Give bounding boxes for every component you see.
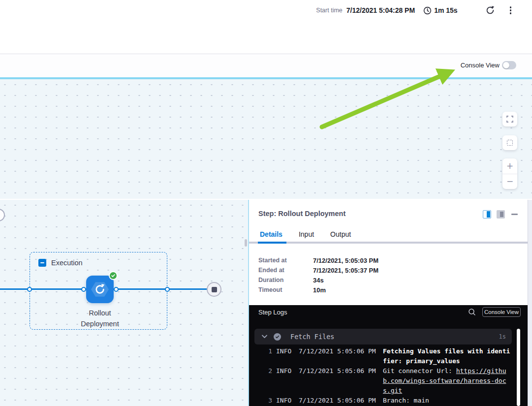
stop-node[interactable] (207, 282, 221, 297)
top-header: Start time 7/12/2021 5:04:28 PM 1m 15s (0, 0, 532, 54)
log-lvl: INFO (276, 366, 294, 376)
step-logs-title: Step Logs (258, 309, 287, 316)
field-label: Timeout (258, 286, 313, 293)
tab-output[interactable]: Output (330, 230, 351, 238)
log-line: 2INFO7/12/2021 5:05:06 PMGit connector U… (249, 366, 515, 396)
console-view-bar: Console View (0, 55, 532, 77)
step-details-panel: Step: Rollout Deployment Details Input O… (249, 200, 532, 406)
canvas-scrollbar-thumb[interactable] (245, 239, 247, 247)
connection-point (27, 287, 32, 292)
console-view-button[interactable]: Console View (482, 307, 521, 317)
field-value: 10m (313, 286, 326, 294)
log-ln: 3 (249, 396, 272, 406)
panel-tabs: Details Input Output (260, 230, 351, 238)
start-time-label: Start time (316, 7, 343, 14)
panel-view-icon[interactable] (497, 210, 505, 219)
fullscreen-button[interactable] (502, 112, 517, 126)
fit-to-screen-button[interactable] (502, 135, 517, 150)
tab-input[interactable]: Input (299, 230, 314, 238)
connection-point (165, 287, 170, 292)
panel-scrollbar-gutter[interactable] (528, 200, 532, 406)
section-name: Fetch Files (290, 333, 334, 341)
search-icon (468, 308, 476, 316)
execution-group-label: Execution (51, 259, 83, 267)
field-label: Duration (258, 277, 313, 283)
detail-fields: Started at7/12/2021, 5:05:03 PMEnded at7… (258, 255, 378, 295)
field-label: Started at (258, 257, 313, 264)
clock-icon (423, 6, 432, 15)
log-line: 3INFO7/12/2021 5:05:06 PMBranch: main (249, 396, 515, 406)
step-logs-panel: Step Logs Console View Fetch Files 1s 1I… (249, 305, 528, 406)
log-lines: 1INFO7/12/2021 5:05:06 PMFetching Values… (249, 346, 515, 406)
detail-field-row: Ended at7/12/2021, 5:05:37 PM (258, 265, 378, 275)
log-lvl: INFO (276, 346, 294, 356)
minimize-panel-button[interactable] (511, 214, 518, 215)
pipeline-execution-page: { "colors": { "accent_blue": "#0278d5", … (0, 0, 532, 406)
log-message: Fetching Values files with identifier: p… (383, 346, 510, 366)
start-time-value: 7/12/2021 5:04:28 PM (346, 6, 415, 14)
log-link[interactable]: https://github.com/wings-software/harnes… (383, 367, 506, 394)
minus-icon (40, 262, 44, 263)
elapsed-time: 1m 15s (434, 6, 457, 14)
detail-field-row: Duration34s (258, 275, 378, 285)
rollout-icon (94, 283, 106, 296)
zoom-out-button[interactable]: − (502, 174, 517, 189)
connection-point (81, 287, 86, 292)
console-view-toggle[interactable] (502, 61, 516, 69)
expand-icon (506, 116, 513, 123)
section-success-icon (274, 333, 281, 341)
zoom-in-button[interactable]: + (502, 158, 517, 174)
execution-meta-row: Start time 7/12/2021 5:04:28 PM 1m 15s (316, 4, 514, 17)
split-view-icon[interactable] (483, 210, 491, 219)
more-options-button[interactable] (507, 5, 514, 15)
chevron-down-icon[interactable] (262, 335, 267, 339)
check-icon (111, 273, 116, 278)
connection-point (114, 287, 119, 292)
success-badge (109, 271, 118, 280)
stage-graph-canvas[interactable]: Execution Rollout Deployment (0, 200, 248, 406)
panel-title: Step: Rollout Deployment (258, 210, 345, 218)
section-duration: 1s (499, 333, 506, 340)
pipeline-canvas[interactable]: + − (0, 79, 532, 199)
node-label: Rollout Deployment (73, 308, 127, 329)
stop-icon (212, 287, 217, 292)
log-lvl: INFO (276, 396, 294, 406)
collapse-group-button[interactable] (38, 259, 46, 267)
log-time: 7/12/2021 5:05:06 PM (299, 396, 376, 406)
log-time: 7/12/2021 5:05:06 PM (299, 346, 376, 356)
field-value: 7/12/2021, 5:05:37 PM (313, 267, 378, 274)
toggle-knob (503, 62, 509, 68)
zoom-control-group: + − (502, 158, 517, 189)
detail-field-row: Started at7/12/2021, 5:05:03 PM (258, 255, 378, 265)
bottom-section: Execution Rollout Deployment Step: Rollo… (0, 200, 532, 406)
log-ln: 2 (249, 366, 272, 376)
field-value: 34s (313, 277, 324, 284)
tab-details[interactable]: Details (260, 230, 282, 238)
detail-field-row: Timeout10m (258, 285, 378, 295)
log-message: Branch: main (383, 396, 510, 406)
active-tab-indicator (258, 242, 286, 244)
field-value: 7/12/2021, 5:05:03 PM (313, 257, 378, 264)
fit-icon (507, 140, 513, 146)
log-message: Git connector Url: https://github.com/wi… (383, 366, 510, 396)
log-section-fetch-files[interactable]: Fetch Files 1s (254, 329, 512, 344)
offscreen-node (0, 209, 5, 221)
rollout-deployment-node[interactable] (86, 276, 114, 303)
log-ln: 1 (249, 346, 272, 356)
refresh-button[interactable] (485, 5, 495, 15)
log-time: 7/12/2021 5:05:06 PM (299, 366, 376, 376)
log-line: 1INFO7/12/2021 5:05:06 PMFetching Values… (249, 346, 515, 366)
console-view-label: Console View (461, 62, 500, 69)
tab-track (249, 242, 528, 244)
step-logs-header: Step Logs Console View (249, 305, 528, 319)
log-scrollbar-thumb[interactable] (517, 329, 520, 406)
search-logs-button[interactable] (468, 308, 476, 317)
field-label: Ended at (258, 267, 313, 274)
